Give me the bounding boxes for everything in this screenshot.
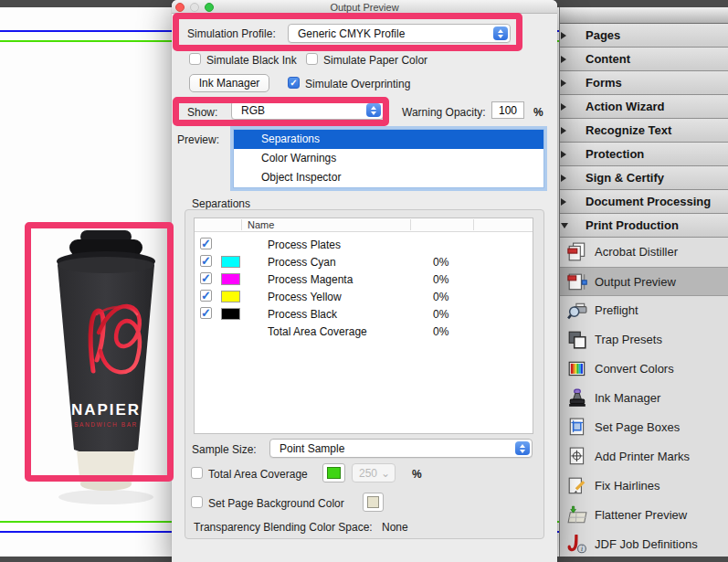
chevron-right-icon: [561, 198, 566, 206]
dropdown-stepper-icon: [515, 441, 530, 455]
separations-group-label: Separations: [192, 197, 250, 210]
magenta-swatch: [221, 273, 240, 285]
svg-text:i: i: [581, 545, 583, 553]
plate-checkbox[interactable]: ✓: [200, 307, 212, 319]
preview-mode-list: Separations Color Warnings Object Inspec…: [233, 129, 544, 188]
flattener-preview-icon: [567, 505, 587, 525]
chevron-right-icon: [561, 175, 566, 182]
dropdown-stepper-icon: [493, 27, 508, 40]
sidebar-section-sign-certify[interactable]: Sign & Certify: [560, 166, 728, 190]
preview-label: Preview:: [177, 133, 219, 146]
show-select[interactable]: RGB: [231, 101, 384, 120]
chevron-right-icon: [561, 103, 566, 111]
distiller-icon: [567, 242, 587, 262]
separation-row-process-cyan: ✓ Process Cyan 0%: [195, 253, 533, 270]
plate-checkbox[interactable]: ✓: [200, 290, 212, 302]
tool-preflight[interactable]: Preflight: [560, 296, 728, 325]
simulation-profile-label: Simulation Profile:: [187, 27, 276, 40]
chevron-right-icon: [561, 127, 566, 134]
trap-presets-icon: [567, 330, 587, 350]
preflight-icon: [567, 301, 587, 321]
yellow-swatch: [221, 291, 240, 302]
simulate-overprinting-checkbox[interactable]: ✓: [288, 77, 300, 89]
tac-color-swatch: [327, 467, 341, 479]
cup-brand-text: NAPIER: [71, 401, 141, 419]
tool-add-printer-marks[interactable]: Add Printer Marks: [560, 442, 728, 472]
tool-trap-presets[interactable]: Trap Presets: [560, 325, 728, 355]
cup-shadow: [58, 490, 153, 504]
simulation-profile-select[interactable]: Generic CMYK Profile: [288, 24, 511, 43]
show-label: Show:: [187, 106, 217, 119]
tool-ink-manager[interactable]: Ink Manager: [560, 384, 728, 413]
separations-table-header: Name: [195, 218, 533, 232]
sidebar-section-print-production[interactable]: Print Production: [560, 214, 728, 238]
black-swatch: [221, 308, 240, 320]
separations-table: Name ✓ Process Plates ✓ Process Cyan 0% …: [194, 217, 533, 434]
page-bg-swatch-button[interactable]: [363, 493, 384, 512]
sidebar-header-bar: [560, 7, 728, 24]
fix-hairlines-icon: [567, 476, 587, 496]
set-page-bg-label: Set Page Background Color: [208, 497, 344, 510]
separation-row-process-yellow: ✓ Process Yellow 0%: [195, 288, 533, 305]
chevron-right-icon: [561, 151, 566, 158]
plate-checkbox[interactable]: ✓: [200, 272, 212, 284]
simulate-black-ink-checkbox[interactable]: [189, 53, 201, 65]
tool-acrobat-distiller[interactable]: Acrobat Distiller: [560, 238, 728, 267]
tool-jdf-job-definitions[interactable]: i JDF Job Definitions: [560, 530, 728, 559]
tool-set-page-boxes[interactable]: Set Page Boxes: [560, 413, 728, 442]
tool-convert-colors[interactable]: Convert Colors: [560, 355, 728, 384]
chevron-right-icon: [561, 80, 566, 87]
sidebar-section-content[interactable]: Content: [560, 48, 728, 71]
dialog-title: Output Preview: [172, 2, 557, 13]
simulate-paper-color-checkbox[interactable]: [306, 53, 318, 65]
simulate-black-ink-label: Simulate Black Ink: [206, 54, 297, 67]
tac-value-select[interactable]: 250 ⌄: [352, 463, 396, 482]
screen: { "window": { "title": "Output Preview" …: [0, 0, 728, 562]
simulate-paper-color-label: Simulate Paper Color: [323, 54, 427, 67]
sidebar-section-action-wizard[interactable]: Action Wizard: [560, 95, 728, 119]
total-area-coverage-checkbox[interactable]: [191, 467, 203, 479]
output-preview-icon: [567, 272, 587, 292]
add-printer-marks-icon: [567, 447, 587, 467]
warning-opacity-input[interactable]: 100: [491, 101, 524, 119]
set-page-boxes-icon: [567, 418, 587, 438]
sidebar-section-forms[interactable]: Forms: [560, 71, 728, 95]
output-preview-dialog: Output Preview Simulation Profile: Gener…: [172, 0, 557, 562]
plate-checkbox[interactable]: ✓: [200, 238, 212, 249]
preview-option-object-inspector[interactable]: Object Inspector: [234, 168, 543, 187]
total-area-coverage-label: Total Area Coverage: [208, 468, 308, 481]
jdf-icon: i: [567, 535, 587, 555]
tools-sidebar: Pages Content Forms Action Wizard Recogn…: [559, 7, 728, 557]
transparency-blending-label: Transparency Blending Color Space:: [194, 521, 373, 534]
sidebar-section-pages[interactable]: Pages: [560, 24, 728, 48]
chevron-right-icon: [561, 32, 566, 39]
ink-manager-button[interactable]: Ink Manager: [189, 74, 269, 92]
separation-row-process-magenta: ✓ Process Magenta 0%: [195, 270, 533, 288]
sample-size-label: Sample Size:: [192, 443, 257, 456]
name-column-header: Name: [248, 219, 274, 230]
sidebar-section-document-processing[interactable]: Document Processing: [560, 190, 728, 214]
cyan-swatch: [221, 256, 240, 268]
tac-color-swatch-button[interactable]: [322, 463, 345, 482]
plate-checkbox[interactable]: ✓: [200, 255, 212, 267]
cup-subtitle-text: SANDWICH BAR: [74, 421, 138, 428]
tool-flattener-preview[interactable]: Flattener Preview: [560, 501, 728, 530]
tool-output-preview[interactable]: Output Preview: [560, 267, 728, 296]
separation-row-process-black: ✓ Process Black 0%: [195, 305, 533, 323]
separation-row-total-area-coverage: Total Area Coverage 0%: [195, 323, 533, 340]
dialog-title-bar[interactable]: Output Preview: [172, 0, 557, 14]
chevron-down-icon: [561, 223, 568, 228]
chevron-right-icon: [561, 56, 566, 63]
separation-row-process-plates: ✓ Process Plates: [195, 236, 533, 253]
sample-size-select[interactable]: Point Sample: [269, 439, 533, 458]
sidebar-section-protection[interactable]: Protection: [560, 143, 728, 166]
sidebar-section-recognize-text[interactable]: Recognize Text: [560, 119, 728, 143]
preview-option-color-warnings[interactable]: Color Warnings: [234, 149, 543, 168]
tool-fix-hairlines[interactable]: Fix Hairlines: [560, 472, 728, 501]
tac-unit: %: [412, 468, 422, 481]
print-production-tools: Acrobat Distiller Output Preview: [560, 238, 728, 557]
warning-opacity-label: Warning Opacity:: [402, 106, 486, 119]
ink-manager-icon: [567, 388, 587, 408]
set-page-bg-checkbox[interactable]: [191, 496, 203, 508]
preview-option-separations[interactable]: Separations: [234, 130, 543, 149]
